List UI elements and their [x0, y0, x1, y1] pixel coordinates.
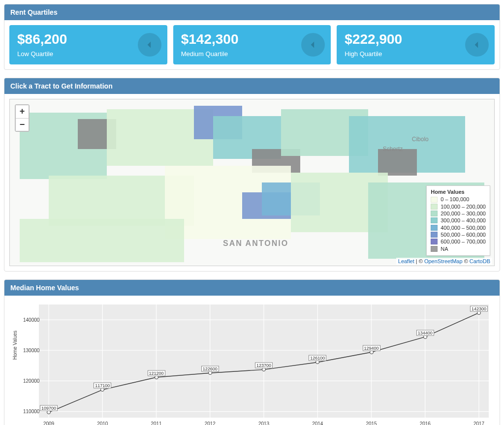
median-home-values-panel: Median Home Values Home Values Year 1097…	[4, 279, 500, 425]
legend-row: 600,000 – 700,000	[431, 238, 486, 245]
legend-row: 400,000 – 500,000	[431, 224, 486, 231]
legend-swatch	[431, 239, 438, 244]
legend-label: 400,000 – 500,000	[441, 224, 486, 231]
quartile-label: Medium Quartile	[181, 50, 323, 58]
quartile-card-high[interactable]: $222,900 High Quartile	[337, 25, 495, 64]
chart-point-label: 126100	[309, 355, 326, 361]
chart-point-label: 121200	[147, 370, 165, 376]
quartile-cards: $86,200 Low Quartile $142,300 Medium Qua…	[9, 25, 495, 64]
chart-xtick: 2017	[473, 421, 484, 425]
legend-swatch	[431, 225, 438, 231]
map-header: Click a Tract to Get Information	[4, 78, 500, 94]
chart-point-label: 123700	[255, 363, 273, 368]
chart-xtick: 2009	[43, 421, 54, 425]
zoom-control: + −	[15, 104, 30, 132]
legend-label: 600,000 – 700,000	[441, 238, 486, 245]
chart-xtick: 2016	[420, 421, 431, 425]
map-legend: Home Values 0 – 100,000100,000 – 200,000…	[426, 185, 490, 255]
chart-xtick: 2012	[205, 421, 216, 425]
chart-xtick: 2010	[97, 421, 108, 425]
chart-point-label: 122600	[201, 366, 219, 372]
chart-header: Median Home Values	[4, 280, 500, 296]
arrow-left-icon	[465, 33, 489, 57]
chart-xtick: 2011	[151, 421, 161, 425]
legend-row: 200,000 – 300,000	[431, 210, 486, 217]
city-label: SAN ANTONIO	[223, 239, 288, 248]
arrow-left-icon	[138, 33, 161, 57]
attribution-osm-link[interactable]: OpenStreetMap	[424, 258, 463, 264]
chart-point-label: 142300	[470, 305, 488, 311]
map-attribution: Leaflet | © OpenStreetMap © CartoDB	[396, 258, 492, 265]
legend-label: 300,000 – 400,000	[441, 217, 486, 224]
legend-row: 500,000 – 600,000	[431, 231, 486, 238]
legend-label: NA	[441, 245, 448, 252]
rent-quartiles-header: Rent Quartiles	[4, 4, 500, 20]
quartile-label: High Quartile	[345, 50, 487, 58]
chart-ytick: 130000	[23, 348, 39, 353]
chart-point-label: 117100	[94, 383, 111, 389]
legend-swatch	[431, 204, 438, 210]
map-region[interactable]	[378, 149, 417, 176]
rent-quartiles-panel: Rent Quartiles $86,200 Low Quartile $142…	[4, 4, 500, 70]
legend-label: 100,000 – 200,000	[441, 203, 486, 210]
chart-point-label: 134400	[416, 330, 434, 335]
choropleth-map[interactable]: SAN ANTONIO Schertz Cibolo + − Home Valu…	[9, 99, 495, 266]
legend-swatch	[431, 197, 438, 203]
legend-row: 300,000 – 400,000	[431, 217, 486, 224]
legend-title: Home Values	[431, 189, 486, 195]
attribution-leaflet-link[interactable]: Leaflet	[398, 258, 414, 264]
attribution-cartodb-link[interactable]: CartoDB	[470, 258, 490, 264]
chart-point-label: 129400	[362, 345, 380, 351]
chart-xtick: 2015	[366, 421, 377, 425]
zoom-out-button[interactable]: −	[16, 118, 29, 131]
legend-label: 500,000 – 600,000	[441, 231, 486, 238]
chart-point-label: 109700	[40, 405, 58, 411]
zoom-in-button[interactable]: +	[16, 105, 29, 118]
legend-row: NA	[431, 245, 486, 252]
quartile-card-medium[interactable]: $142,300 Medium Quartile	[173, 25, 331, 64]
legend-row: 100,000 – 200,000	[431, 203, 486, 210]
legend-swatch	[431, 211, 438, 216]
legend-label: 0 – 100,000	[441, 196, 469, 203]
legend-row: 0 – 100,000	[431, 196, 486, 203]
legend-swatch	[431, 232, 438, 238]
chart-ytick: 110000	[23, 409, 39, 414]
map-region[interactable]	[20, 219, 185, 262]
chart-xtick: 2014	[312, 421, 323, 425]
chart-xtick: 2013	[258, 421, 269, 425]
chart-ylabel: Home Values	[12, 331, 18, 360]
line-chart: Home Values Year 10970011710012120012260…	[9, 301, 495, 425]
arrow-left-icon	[301, 33, 325, 57]
chart-ytick: 120000	[23, 378, 39, 384]
legend-label: 200,000 – 300,000	[441, 210, 486, 217]
chart-ytick: 140000	[23, 317, 39, 322]
legend-swatch	[431, 246, 438, 252]
quartile-card-low[interactable]: $86,200 Low Quartile	[9, 25, 167, 64]
quartile-label: Low Quartile	[17, 50, 159, 58]
legend-swatch	[431, 217, 438, 223]
map-panel: Click a Tract to Get Information SAN ANT…	[4, 78, 500, 272]
